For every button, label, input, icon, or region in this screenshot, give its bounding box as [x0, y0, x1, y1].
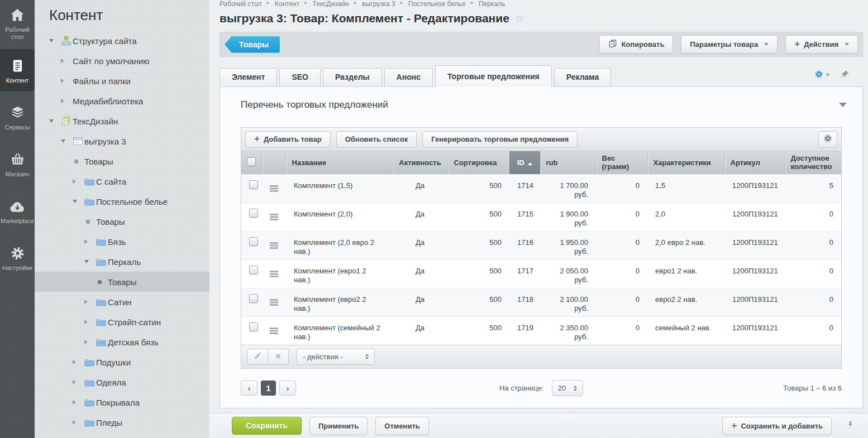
cancel-button[interactable]: Отменить — [375, 417, 429, 435]
breadcrumb-link[interactable]: Контент — [275, 0, 299, 7]
rail-item[interactable]: Настройки — [0, 237, 35, 279]
tree-toggle-icon[interactable] — [73, 380, 84, 384]
offer-row[interactable]: Комплемент (евро2 2 нав.) Да 500 1718 2 … — [241, 288, 841, 316]
drag-handle-icon[interactable] — [270, 328, 278, 329]
group-actions-select[interactable]: - действия - — [297, 349, 375, 365]
column-price[interactable]: rub — [540, 151, 596, 174]
tree-item[interactable]: С сайта — [35, 171, 209, 191]
tree-toggle-icon[interactable] — [61, 59, 73, 63]
tree-item[interactable]: Товары — [35, 272, 209, 292]
rail-item[interactable]: Marketplace — [0, 190, 35, 232]
per-page-select[interactable]: 20 — [552, 380, 583, 396]
offer-row[interactable]: Комплемент (семейный 2 нав.) Да 500 1719… — [241, 316, 841, 345]
drag-handle-icon[interactable] — [270, 299, 278, 301]
form-settings-gear-icon[interactable] — [814, 69, 830, 81]
tree-item[interactable]: ТексДизайн — [35, 111, 209, 131]
tree-item[interactable]: Страйп-сатин — [35, 312, 209, 332]
tree-toggle-icon[interactable] — [49, 119, 61, 123]
column-id-sorted[interactable]: ID — [509, 151, 540, 174]
tree-toggle-icon[interactable] — [61, 99, 73, 103]
back-to-products-button[interactable]: Товары — [225, 36, 280, 53]
column-characteristics[interactable]: Характеристики — [647, 151, 724, 174]
tree-toggle-icon[interactable] — [96, 280, 108, 284]
delete-selected-button[interactable]: × — [268, 349, 289, 365]
tab[interactable]: Элемент — [220, 68, 277, 86]
collapse-section-icon[interactable] — [839, 103, 847, 107]
tree-item[interactable]: Товары — [35, 151, 209, 171]
tree-item[interactable]: Одеяла — [35, 372, 209, 392]
add-product-button[interactable]: + Добавить товар — [245, 131, 331, 148]
tree-toggle-icon[interactable] — [84, 300, 96, 304]
row-checkbox[interactable] — [249, 237, 258, 246]
column-sort[interactable]: Сортировка — [448, 151, 509, 174]
tab[interactable]: Реклама — [554, 68, 612, 86]
drag-handle-icon[interactable] — [270, 242, 278, 244]
column-weight[interactable]: Вес (грамм) — [596, 151, 647, 174]
product-params-button[interactable]: Параметры товара — [681, 35, 778, 54]
tree-toggle-icon[interactable] — [84, 320, 96, 324]
tree-toggle-icon[interactable] — [73, 400, 84, 405]
tab[interactable]: Разделы — [323, 68, 382, 86]
tree-item[interactable]: Подушки — [35, 352, 209, 372]
breadcrumb-link[interactable]: Постельное белье — [408, 0, 465, 7]
tree-toggle-icon[interactable] — [49, 39, 61, 42]
tree-item[interactable]: Структура сайта — [35, 31, 209, 51]
tree-toggle-icon[interactable] — [84, 260, 96, 263]
tree-item[interactable]: Покрывала — [35, 392, 209, 412]
tab[interactable]: Анонс — [384, 68, 433, 86]
tree-item[interactable]: Товары — [35, 211, 209, 232]
rail-item[interactable]: Сервисы — [0, 96, 35, 138]
rail-item[interactable]: Магазин — [0, 143, 35, 185]
edit-selected-button[interactable] — [247, 349, 268, 365]
offer-row[interactable]: Комплемент (2,0 евро 2 нав.) Да 500 1716… — [241, 231, 841, 259]
select-all-checkbox[interactable] — [247, 157, 256, 166]
breadcrumb-link[interactable]: выгрузка 3 — [362, 0, 395, 7]
current-page-button[interactable]: 1 — [261, 381, 276, 396]
tree-item[interactable]: Файлы и папки — [35, 71, 209, 91]
refresh-list-button[interactable]: Обновить список — [336, 131, 417, 148]
tree-toggle-icon[interactable] — [73, 360, 84, 364]
tree-toggle-icon[interactable] — [84, 239, 96, 244]
tree-toggle-icon[interactable] — [84, 340, 96, 344]
prev-page-button[interactable]: ‹ — [241, 381, 257, 396]
tree-toggle-icon[interactable] — [61, 139, 73, 143]
breadcrumb-link[interactable]: Рабочий стол — [220, 0, 261, 7]
tree-item[interactable]: Перкаль — [35, 252, 209, 272]
offer-row[interactable]: Комплемент (1,5) Да 500 1714 1 700.00руб… — [241, 174, 841, 203]
tree-toggle-icon[interactable] — [73, 179, 84, 184]
tree-toggle-icon[interactable] — [61, 79, 73, 83]
rail-item[interactable]: Контент — [0, 49, 35, 92]
save-and-add-button[interactable]: + Сохранить и добавить — [722, 417, 832, 435]
tree-toggle-icon[interactable] — [73, 420, 84, 425]
tree-toggle-icon[interactable] — [73, 160, 84, 163]
offer-row[interactable]: Комплемент (евро1 2 нав.) Да 500 1717 2 … — [241, 259, 841, 288]
column-article[interactable]: Артикул — [724, 151, 785, 174]
favorite-star-icon[interactable]: ☆ — [515, 12, 524, 25]
breadcrumb-link[interactable]: Перкаль — [479, 0, 505, 7]
tree-toggle-icon[interactable] — [84, 220, 96, 224]
breadcrumb-link[interactable]: ТексДизайн — [313, 0, 349, 7]
pin-footer-icon[interactable] — [846, 420, 855, 431]
column-quantity[interactable]: Доступное количество — [785, 151, 841, 174]
row-checkbox[interactable] — [249, 209, 258, 218]
tree-item[interactable]: Медиабиблиотека — [35, 91, 209, 111]
copy-button[interactable]: Копировать — [599, 35, 673, 54]
tree-toggle-icon[interactable] — [73, 200, 84, 203]
row-checkbox[interactable] — [249, 266, 258, 275]
grid-settings-gear-button[interactable] — [818, 131, 837, 148]
column-active[interactable]: Активность — [392, 151, 448, 174]
next-page-button[interactable]: › — [279, 381, 296, 396]
tree-item[interactable]: Сайт по умолчанию — [35, 51, 209, 71]
tab[interactable]: SEO — [279, 68, 321, 86]
actions-button[interactable]: + Действия — [785, 35, 858, 54]
drag-handle-icon[interactable] — [270, 271, 278, 272]
row-checkbox[interactable] — [249, 180, 258, 189]
tab[interactable]: Торговые предложения — [435, 65, 552, 87]
generate-offers-button[interactable]: Генерировать торговые предложения — [422, 131, 578, 148]
tree-item[interactable]: Сатин — [35, 292, 209, 312]
row-checkbox[interactable] — [249, 294, 258, 303]
tree-item[interactable]: Детская бязь — [35, 332, 209, 352]
rail-item[interactable]: Рабочий стол — [0, 2, 35, 45]
tree-item[interactable]: Полотенца — [35, 432, 209, 438]
tree-item[interactable]: Постельное белье — [35, 191, 209, 211]
